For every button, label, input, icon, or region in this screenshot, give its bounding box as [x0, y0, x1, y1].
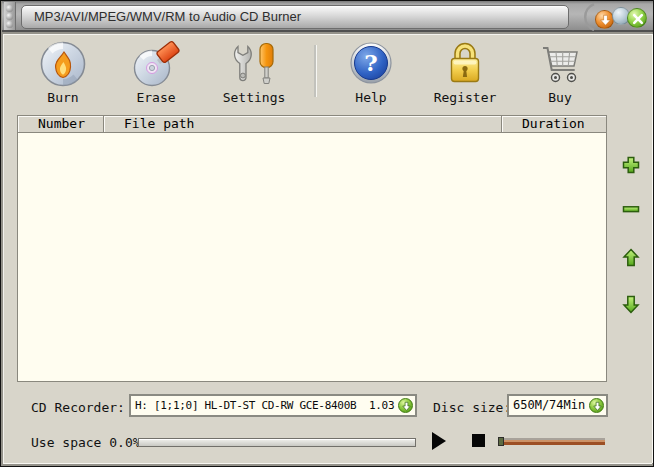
remove-file-button[interactable] [621, 199, 643, 221]
burn-label: Burn [21, 91, 105, 104]
settings-tools-icon [229, 39, 279, 89]
register-button[interactable]: Register [423, 39, 507, 109]
register-padlock-icon [440, 39, 490, 89]
cd-recorder-value: H: [1;1;0] HL-DT-ST CD-RW GCE-8400B 1.03 [131, 396, 415, 415]
dropdown-arrow-icon [590, 399, 605, 414]
use-space-label: Use space 0.0% [31, 435, 141, 450]
settings-label: Settings [212, 91, 296, 104]
file-list-body[interactable] [18, 133, 606, 381]
buy-button[interactable]: Buy [518, 39, 602, 109]
register-label: Register [423, 91, 507, 104]
help-question-icon: ? [346, 39, 396, 89]
move-down-button[interactable] [621, 294, 643, 316]
disc-size-select[interactable]: 650M/74Min [507, 394, 608, 417]
add-file-button[interactable] [621, 155, 643, 177]
burn-button[interactable]: Burn [21, 39, 105, 109]
cd-recorder-dropdown-button[interactable] [398, 398, 413, 413]
file-list: Number File path Duration [17, 115, 607, 382]
disc-size-dropdown-button[interactable] [589, 398, 604, 413]
arrow-down-icon [621, 294, 641, 314]
toolbar-divider [314, 45, 316, 97]
burn-disc-flame-icon [38, 39, 88, 89]
help-label: Help [329, 91, 413, 104]
disc-size-label: Disc size: [433, 400, 511, 415]
dropdown-arrow-icon [399, 399, 414, 414]
minus-icon [621, 199, 641, 219]
column-header-duration[interactable]: Duration [502, 116, 606, 133]
app-window: MP3/AVI/MPEG/WMV/RM to Audio CD Burner [0, 0, 654, 467]
play-button[interactable] [432, 432, 446, 450]
burn-progress-bar [138, 438, 416, 447]
svg-text:?: ? [364, 49, 377, 76]
move-up-button[interactable] [621, 248, 643, 270]
volume-slider-thumb[interactable] [498, 437, 504, 446]
help-button[interactable]: ? Help [329, 39, 413, 109]
cd-recorder-select[interactable]: H: [1;1;0] HL-DT-ST CD-RW GCE-8400B 1.03 [129, 394, 417, 417]
file-list-header: Number File path Duration [18, 116, 606, 133]
plus-icon [621, 155, 641, 175]
buy-label: Buy [518, 91, 602, 104]
title-plate: MP3/AVI/MPEG/WMV/RM to Audio CD Burner [21, 5, 569, 29]
stop-button[interactable] [472, 434, 485, 447]
close-icon [628, 9, 648, 29]
close-button[interactable] [627, 8, 647, 28]
minimize-button[interactable] [595, 10, 614, 29]
arrow-up-icon [621, 248, 641, 268]
column-header-file-path[interactable]: File path [104, 116, 502, 133]
cd-recorder-label: CD Recorder: [31, 400, 125, 415]
erase-button[interactable]: Erase [114, 39, 198, 109]
settings-button[interactable]: Settings [212, 39, 296, 109]
erase-label: Erase [114, 91, 198, 104]
volume-slider[interactable] [498, 438, 605, 445]
title-bar[interactable]: MP3/AVI/MPEG/WMV/RM to Audio CD Burner [2, 1, 654, 32]
hinge-decoration [4, 2, 16, 30]
titlebar-curve-decoration [578, 3, 596, 31]
column-header-number[interactable]: Number [18, 116, 104, 133]
buy-cart-icon [535, 39, 585, 89]
erase-disc-eraser-icon [131, 39, 181, 89]
window-title: MP3/AVI/MPEG/WMV/RM to Audio CD Burner [22, 6, 568, 28]
